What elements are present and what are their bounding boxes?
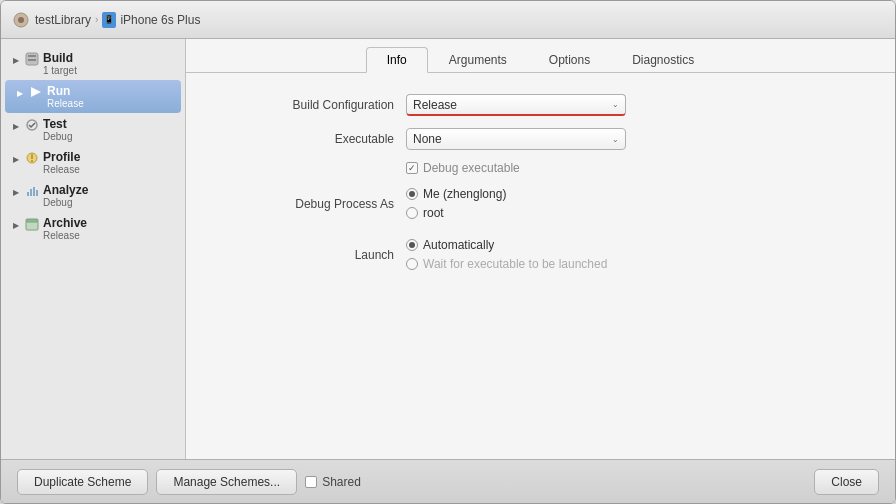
tab-info[interactable]: Info <box>366 47 428 73</box>
svg-rect-10 <box>27 192 29 196</box>
tab-bar: Info Arguments Options Diagnostics <box>186 39 895 73</box>
run-text: Run Release <box>47 84 84 109</box>
launch-control: Automatically Wait for executable to be … <box>406 238 607 271</box>
run-sub: Release <box>47 98 84 109</box>
radio-wait-label: Wait for executable to be launched <box>423 257 607 271</box>
project-name: testLibrary <box>35 13 91 27</box>
manage-schemes-button[interactable]: Manage Schemes... <box>156 469 297 495</box>
profile-icon <box>25 151 39 165</box>
right-panel: Info Arguments Options Diagnostics Build… <box>186 39 895 459</box>
debug-executable-checkbox[interactable]: ✓ <box>406 162 418 174</box>
breadcrumb-arrow: › <box>95 14 98 25</box>
breadcrumb: testLibrary › 📱 iPhone 6s Plus <box>35 12 200 28</box>
profile-text: Profile Release <box>43 150 80 175</box>
radio-me-btn[interactable] <box>406 188 418 200</box>
test-text: Test Debug <box>43 117 72 142</box>
svg-rect-3 <box>28 55 36 57</box>
build-config-row: Build Configuration Release ⌄ <box>226 93 855 117</box>
svg-rect-9 <box>31 160 33 162</box>
radio-wait-btn[interactable] <box>406 258 418 270</box>
radio-auto-row: Automatically <box>406 238 607 252</box>
run-title: Run <box>47 84 84 98</box>
analyze-icon <box>25 184 39 198</box>
profile-sub: Release <box>43 164 80 175</box>
debug-process-row: Debug Process As Me (zhenglong) root <box>226 187 855 220</box>
radio-me-row: Me (zhenglong) <box>406 187 506 201</box>
run-icon <box>29 85 43 99</box>
svg-rect-15 <box>26 219 38 222</box>
radio-root-row: root <box>406 206 506 220</box>
radio-wait-row: Wait for executable to be launched <box>406 257 607 271</box>
tab-arguments[interactable]: Arguments <box>428 47 528 73</box>
executable-arrow-icon: ⌄ <box>612 135 619 144</box>
archive-arrow-icon: ▶ <box>11 217 21 233</box>
app-icon <box>13 12 29 28</box>
build-icon <box>25 52 39 66</box>
build-text: Build 1 target <box>43 51 77 76</box>
duplicate-scheme-button[interactable]: Duplicate Scheme <box>17 469 148 495</box>
build-arrow-icon: ▶ <box>11 52 21 68</box>
shared-row: Shared <box>305 475 361 489</box>
svg-rect-12 <box>33 187 35 196</box>
build-sub: 1 target <box>43 65 77 76</box>
sidebar-item-profile[interactable]: ▶ Profile Release <box>1 146 185 179</box>
test-arrow-icon: ▶ <box>11 118 21 134</box>
launch-row: Launch Automatically Wait for executable… <box>226 238 855 271</box>
build-config-select[interactable]: Release ⌄ <box>406 94 626 116</box>
debug-process-radio-group: Me (zhenglong) root <box>406 187 506 220</box>
device-icon: 📱 <box>102 12 116 28</box>
build-config-value: Release <box>413 98 457 112</box>
svg-rect-4 <box>28 59 36 61</box>
sidebar-item-run[interactable]: ▶ Run Release <box>5 80 181 113</box>
build-config-control: Release ⌄ <box>406 94 626 116</box>
test-title: Test <box>43 117 72 131</box>
svg-rect-13 <box>36 190 38 196</box>
launch-label: Launch <box>226 248 406 262</box>
sidebar-item-analyze[interactable]: ▶ Analyze Debug <box>1 179 185 212</box>
radio-root-btn[interactable] <box>406 207 418 219</box>
debug-executable-row: ✓ Debug executable <box>406 161 855 175</box>
debug-executable-label: Debug executable <box>423 161 520 175</box>
executable-label: Executable <box>226 132 406 146</box>
executable-select[interactable]: None ⌄ <box>406 128 626 150</box>
form-area: Build Configuration Release ⌄ Executable… <box>186 73 895 459</box>
debug-process-control: Me (zhenglong) root <box>406 187 506 220</box>
executable-control: None ⌄ <box>406 128 626 150</box>
profile-title: Profile <box>43 150 80 164</box>
launch-radio-group: Automatically Wait for executable to be … <box>406 238 607 271</box>
analyze-text: Analyze Debug <box>43 183 88 208</box>
svg-point-1 <box>18 17 24 23</box>
radio-me-label: Me (zhenglong) <box>423 187 506 201</box>
run-arrow-icon: ▶ <box>15 85 25 101</box>
radio-root-label: root <box>423 206 444 220</box>
tab-options[interactable]: Options <box>528 47 611 73</box>
tab-diagnostics[interactable]: Diagnostics <box>611 47 715 73</box>
executable-row: Executable None ⌄ <box>226 127 855 151</box>
analyze-sub: Debug <box>43 197 88 208</box>
svg-rect-11 <box>30 189 32 196</box>
sidebar: ▶ Build 1 target ▶ Run R <box>1 39 186 459</box>
archive-title: Archive <box>43 216 87 230</box>
shared-checkbox[interactable] <box>305 476 317 488</box>
close-button[interactable]: Close <box>814 469 879 495</box>
archive-text: Archive Release <box>43 216 87 241</box>
sidebar-item-archive[interactable]: ▶ Archive Release <box>1 212 185 245</box>
debug-process-label: Debug Process As <box>226 197 406 211</box>
sidebar-item-build[interactable]: ▶ Build 1 target <box>1 47 185 80</box>
archive-icon <box>25 217 39 231</box>
executable-value: None <box>413 132 442 146</box>
radio-auto-btn[interactable] <box>406 239 418 251</box>
device-name: iPhone 6s Plus <box>120 13 200 27</box>
profile-arrow-icon: ▶ <box>11 151 21 167</box>
archive-sub: Release <box>43 230 87 241</box>
titlebar: testLibrary › 📱 iPhone 6s Plus <box>1 1 895 39</box>
sidebar-item-test[interactable]: ▶ Test Debug <box>1 113 185 146</box>
main-content: ▶ Build 1 target ▶ Run R <box>1 39 895 459</box>
svg-marker-5 <box>31 87 41 97</box>
build-config-label: Build Configuration <box>226 98 406 112</box>
analyze-arrow-icon: ▶ <box>11 184 21 200</box>
shared-label: Shared <box>322 475 361 489</box>
test-icon <box>25 118 39 132</box>
test-sub: Debug <box>43 131 72 142</box>
analyze-title: Analyze <box>43 183 88 197</box>
